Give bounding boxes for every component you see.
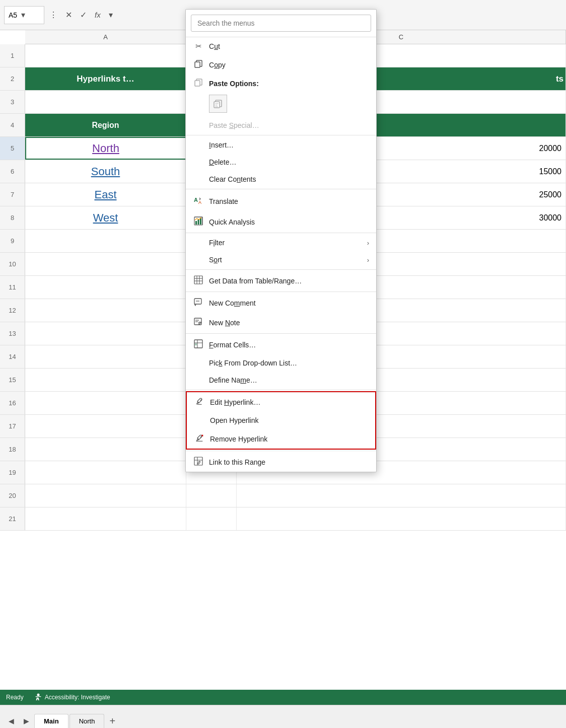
tab-nav-left[interactable]: ◀ xyxy=(4,714,18,728)
menu-item-new-note[interactable]: New Note xyxy=(186,313,376,332)
tab-north[interactable]: North xyxy=(69,714,105,728)
row-number-4: 4 xyxy=(0,114,25,136)
row-number-10: 10 xyxy=(0,253,25,275)
cell-ref-dropdown[interactable]: ▾ xyxy=(18,8,28,22)
format-cells-icon xyxy=(193,339,204,350)
menu-sep-4 xyxy=(186,269,376,270)
cell-a7[interactable]: East xyxy=(25,183,186,206)
cell-a5[interactable]: North xyxy=(25,137,186,160)
cut-icon: ✂ xyxy=(193,42,204,51)
hyperlink-section: Edit Hyperlink… Open Hyperlink Remove Hy… xyxy=(186,391,376,450)
row-number-16: 16 xyxy=(0,392,25,414)
row-number-17: 17 xyxy=(0,415,25,438)
menu-label-paste-options: Paste Options: xyxy=(209,80,259,88)
menu-label-cut: Cut xyxy=(209,42,220,50)
row-number-6: 6 xyxy=(0,160,25,183)
menu-label-quick-analysis: Quick Analysis xyxy=(209,218,255,226)
menu-label-insert: Insert… xyxy=(209,141,234,149)
new-note-icon xyxy=(193,317,204,328)
menu-sep-3 xyxy=(186,233,376,233)
row-number-5: 5 xyxy=(0,137,25,160)
hyperlink-south[interactable]: South xyxy=(91,165,120,178)
menu-item-pick-dropdown[interactable]: Pick From Drop-down List… xyxy=(186,354,376,372)
menu-sep-1 xyxy=(186,135,376,135)
row-number-9: 9 xyxy=(0,230,25,252)
menu-item-sort[interactable]: Sort › xyxy=(186,251,376,268)
hyperlink-east[interactable]: East xyxy=(94,188,116,201)
menu-item-link-to-range[interactable]: Link to this Range xyxy=(186,452,376,472)
menu-item-delete[interactable]: Delete… xyxy=(186,154,376,171)
fx-expand-icon[interactable]: ▾ xyxy=(106,8,116,22)
col-header-a[interactable]: A xyxy=(25,30,186,44)
menu-item-new-comment[interactable]: New Comment xyxy=(186,293,376,313)
cell-ref-text: A5 xyxy=(9,11,17,19)
copy-icon xyxy=(193,60,204,69)
menu-item-define-name[interactable]: Define Name… xyxy=(186,372,376,389)
cell-ref-box[interactable]: A5 ▾ xyxy=(4,6,44,24)
paste-options-row xyxy=(186,93,376,117)
paste-icon-btn-1[interactable] xyxy=(209,95,227,113)
menu-sep-2 xyxy=(186,189,376,189)
confirm-icon[interactable]: ✓ xyxy=(77,8,90,22)
cell-a1[interactable] xyxy=(25,44,186,67)
cell-a3[interactable] xyxy=(25,91,186,113)
svg-text:A: A xyxy=(198,200,201,205)
quick-analysis-icon xyxy=(193,216,204,227)
menu-item-cut[interactable]: ✂ Cut xyxy=(186,37,376,55)
menu-label-sort: Sort xyxy=(209,256,222,264)
cancel-icon[interactable]: ✕ xyxy=(62,8,75,22)
cell-a8[interactable]: West xyxy=(25,206,186,229)
svg-rect-13 xyxy=(194,276,202,284)
row-number-1: 1 xyxy=(0,44,25,67)
menu-item-get-data[interactable]: Get Data from Table/Range… xyxy=(186,271,376,290)
remove-hyperlink-icon xyxy=(194,433,205,444)
menu-label-format-cells: Format Cells… xyxy=(209,341,256,349)
context-menu-search-input[interactable] xyxy=(191,15,371,32)
new-comment-icon xyxy=(193,298,204,308)
menu-item-copy[interactable]: Copy xyxy=(186,55,376,74)
menu-item-quick-analysis[interactable]: Quick Analysis xyxy=(186,212,376,232)
menu-item-insert[interactable]: Insert… xyxy=(186,136,376,154)
row-number-2: 2 xyxy=(0,67,25,90)
menu-label-clear-contents: Clear Contents xyxy=(209,175,256,183)
menu-sep-8 xyxy=(186,451,376,451)
menu-item-open-hyperlink[interactable]: Open Hyperlink xyxy=(187,412,375,429)
tab-main[interactable]: Main xyxy=(34,714,68,728)
menu-item-edit-hyperlink[interactable]: Edit Hyperlink… xyxy=(187,392,375,412)
tab-bar: ◀ ▶ Main North + xyxy=(0,705,566,728)
menu-item-clear-contents[interactable]: Clear Contents xyxy=(186,171,376,188)
row-number-11: 11 xyxy=(0,276,25,299)
row-number-14: 14 xyxy=(0,345,25,368)
row-number-12: 12 xyxy=(0,299,25,322)
accessibility-text: Accessibility: Investigate xyxy=(45,694,110,701)
menu-label-link-to-range: Link to this Range xyxy=(209,458,265,466)
row-number-7: 7 xyxy=(0,183,25,206)
cell-a4[interactable]: Region xyxy=(25,114,186,136)
menu-item-translate[interactable]: A A Translate xyxy=(186,190,376,212)
svg-point-0 xyxy=(37,694,39,696)
menu-label-get-data: Get Data from Table/Range… xyxy=(209,277,302,285)
status-accessibility[interactable]: Accessibility: Investigate xyxy=(34,693,110,702)
formula-more-icon[interactable]: ⋮ xyxy=(46,8,60,22)
svg-rect-6 xyxy=(215,106,218,107)
cell-a2[interactable]: Hyperlinks t… xyxy=(25,67,186,90)
edit-hyperlink-icon xyxy=(194,397,205,407)
cell-a6[interactable]: South xyxy=(25,160,186,183)
hyperlink-west[interactable]: West xyxy=(93,211,118,225)
svg-rect-10 xyxy=(195,221,197,225)
menu-label-new-comment: New Comment xyxy=(209,299,256,307)
svg-rect-26 xyxy=(195,343,197,345)
hyperlink-north[interactable]: North xyxy=(92,142,119,155)
row-number-20: 20 xyxy=(0,484,25,507)
menu-label-open-hyperlink: Open Hyperlink xyxy=(210,416,259,424)
menu-label-copy: Copy xyxy=(209,61,226,69)
row-number-19: 19 xyxy=(0,461,25,484)
menu-item-filter[interactable]: Filter › xyxy=(186,234,376,251)
menu-sep-7 xyxy=(186,390,376,390)
translate-icon: A A xyxy=(193,195,204,207)
menu-item-remove-hyperlink[interactable]: Remove Hyperlink xyxy=(187,429,375,449)
tab-nav-right[interactable]: ▶ xyxy=(19,714,33,728)
table-row: 21 xyxy=(0,507,566,531)
add-sheet-button[interactable]: + xyxy=(105,714,119,728)
menu-item-format-cells[interactable]: Format Cells… xyxy=(186,335,376,354)
